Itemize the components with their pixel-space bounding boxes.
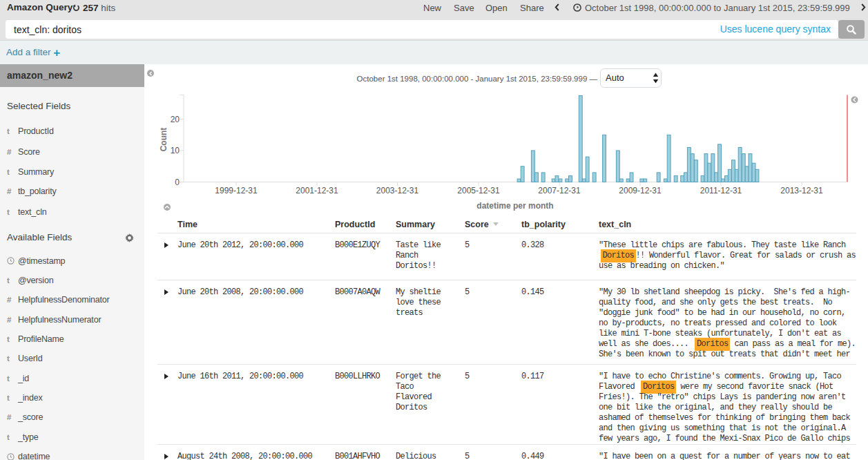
svg-text:2001-12-31: 2001-12-31 [296, 186, 338, 195]
svg-text:datetime per month: datetime per month [476, 201, 553, 211]
svg-text:20: 20 [171, 115, 180, 124]
svg-text:2003-12-31: 2003-12-31 [376, 186, 419, 195]
svg-text:2007-12-31: 2007-12-31 [538, 186, 581, 195]
svg-text:2005-12-31: 2005-12-31 [457, 186, 500, 195]
svg-text:1999-12-31: 1999-12-31 [215, 186, 258, 195]
svg-text:0: 0 [175, 178, 180, 187]
svg-text:2011-12-31: 2011-12-31 [700, 186, 742, 195]
svg-text:Count: Count [159, 128, 168, 152]
svg-text:2009-12-31: 2009-12-31 [619, 186, 662, 195]
svg-text:10: 10 [171, 146, 180, 155]
svg-text:2013-12-31: 2013-12-31 [780, 186, 823, 195]
